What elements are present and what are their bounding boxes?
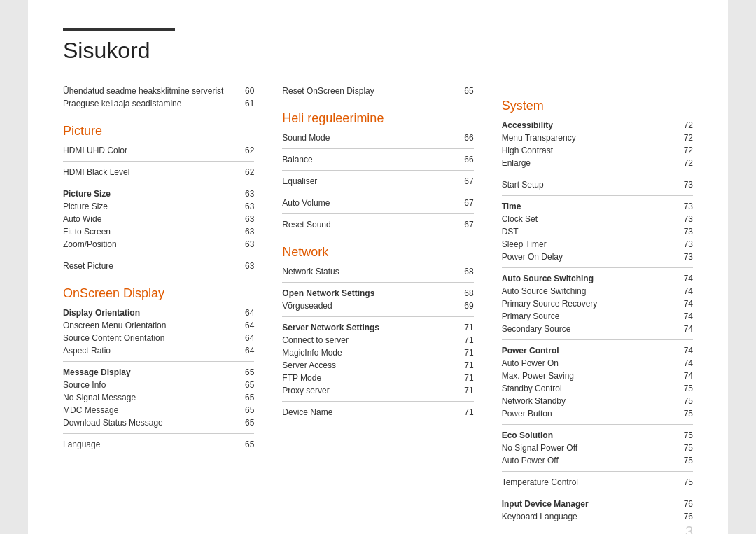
toc-entry: Primary Source74: [502, 310, 693, 323]
column-3: SystemAccessibility72Menu Transparency72…: [502, 85, 693, 526]
entry-page: 74: [679, 358, 693, 368]
toc-entry: Input Device Manager76: [502, 498, 693, 510]
toc-group: Power Control74Auto Power On74Max. Power…: [502, 344, 693, 420]
toc-divider: [502, 195, 693, 196]
toc-entry: Sound Mode66: [282, 132, 473, 144]
toc-entry: FTP Mode71: [282, 372, 473, 384]
entry-page: 75: [679, 477, 693, 487]
toc-entry: Võrguseaded69: [282, 300, 473, 312]
entry-name: Power Control: [502, 346, 679, 356]
toc-entry: Proxy server71: [282, 384, 473, 397]
entry-name: Equaliser: [282, 176, 459, 186]
entry-name: Reset Picture: [63, 261, 240, 271]
toc-entry: Secondary Source74: [502, 323, 693, 335]
toc-divider: [63, 161, 254, 162]
entry-page: 65: [240, 367, 254, 377]
toc-entry: Reset Picture63: [63, 260, 254, 272]
entry-name: Display Orientation: [63, 308, 240, 318]
entry-name: Auto Source Switching: [502, 286, 679, 296]
entry-page: 71: [460, 386, 474, 395]
toc-group: Auto Source Switching74Auto Source Switc…: [502, 272, 693, 335]
toc-entry: Power Button75: [502, 407, 693, 420]
toc-entry: Sleep Timer73: [502, 238, 693, 251]
entry-name: Ühendatud seadme heaksklitmine serverist: [63, 86, 240, 96]
toc-entry: Zoom/Position63: [63, 238, 254, 251]
entry-name: Reset Sound: [282, 220, 459, 230]
toc-group: Time73Clock Set73DST73Sleep Timer73Power…: [502, 200, 693, 263]
entry-page: 64: [240, 333, 254, 343]
entry-name: Reset OnScreen Display: [282, 86, 459, 96]
entry-page: 72: [679, 146, 693, 155]
entry-page: 62: [240, 146, 254, 155]
toc-divider: [63, 255, 254, 255]
entry-page: 67: [460, 176, 474, 186]
toc-entry: Display Orientation64: [63, 307, 254, 319]
entry-name: Auto Source Switching: [502, 274, 679, 283]
page-number: 3: [685, 524, 693, 534]
toc-divider: [502, 493, 693, 493]
entry-page: 61: [240, 99, 254, 108]
entry-page: 63: [240, 189, 254, 199]
entry-page: 75: [679, 409, 693, 419]
entry-name: Picture Size: [63, 202, 240, 211]
entry-name: Fit to Screen: [63, 227, 240, 237]
toc-entry: Auto Source Switching74: [502, 285, 693, 297]
entry-page: 71: [460, 335, 474, 345]
toc-divider: [282, 282, 473, 283]
toc-entry: Message Display65: [63, 366, 254, 379]
toc-entry: Auto Power On74: [502, 357, 693, 370]
toc-group: Device Name71: [282, 406, 473, 419]
entry-name: Sound Mode: [282, 133, 459, 143]
toc-entry: HDMI UHD Color62: [63, 144, 254, 157]
entry-page: 66: [460, 133, 474, 143]
entry-page: 62: [240, 167, 254, 177]
entry-page: 63: [240, 227, 254, 237]
entry-page: 73: [679, 227, 693, 237]
toc-group: Eco Solution75No Signal Power Off75Auto …: [502, 429, 693, 467]
entry-page: 65: [460, 86, 474, 96]
entry-page: 74: [679, 346, 693, 356]
entry-name: Message Display: [63, 367, 240, 377]
toc-entry: Temperature Control75: [502, 476, 693, 489]
entry-page: 63: [240, 214, 254, 224]
toc-entry: Reset Sound67: [282, 218, 473, 231]
toc-group: Reset Sound67: [282, 218, 473, 231]
toc-group: Start Setup73: [502, 178, 693, 191]
toc-entry: Source Content Orientation64: [63, 332, 254, 344]
toc-entry: Server Access71: [282, 359, 473, 372]
entry-page: 76: [679, 499, 693, 509]
entry-name: No Signal Message: [63, 393, 240, 402]
toc-group: Accessibility72Menu Transparency72High C…: [502, 119, 693, 169]
entry-name: Proxy server: [282, 386, 459, 395]
toc-group: Auto Volume67: [282, 197, 473, 209]
entry-page: 76: [679, 512, 693, 521]
entry-name: Time: [502, 202, 679, 211]
entry-page: 66: [460, 155, 474, 164]
entry-name: FTP Mode: [282, 373, 459, 383]
entry-page: 71: [460, 373, 474, 383]
toc-entry: Auto Wide63: [63, 213, 254, 225]
toc-divider: [502, 267, 693, 268]
toc-entry: Keyboard Language76: [502, 510, 693, 523]
entry-page: 75: [679, 456, 693, 465]
entry-name: Onscreen Menu Orientation: [63, 321, 240, 330]
entry-page: 74: [679, 274, 693, 283]
entry-name: Power Button: [502, 409, 679, 419]
toc-group: Temperature Control75: [502, 476, 693, 489]
toc-entry: Eco Solution75: [502, 429, 693, 442]
entry-page: 73: [679, 252, 693, 262]
toc-divider: [63, 433, 254, 434]
entry-page: 73: [679, 214, 693, 224]
entry-page: 73: [679, 239, 693, 249]
entry-name: Source Info: [63, 380, 240, 390]
entry-name: High Contrast: [502, 146, 679, 155]
toc-entry: Equaliser67: [282, 175, 473, 188]
entry-name: Zoom/Position: [63, 239, 240, 249]
entry-name: Võrguseaded: [282, 301, 459, 311]
entry-name: No Signal Power Off: [502, 443, 679, 453]
toc-entry: High Contrast72: [502, 144, 693, 157]
toc-entry: Device Name71: [282, 406, 473, 419]
entry-page: 72: [679, 133, 693, 143]
toc-divider: [282, 213, 473, 214]
entry-name: Start Setup: [502, 180, 679, 190]
